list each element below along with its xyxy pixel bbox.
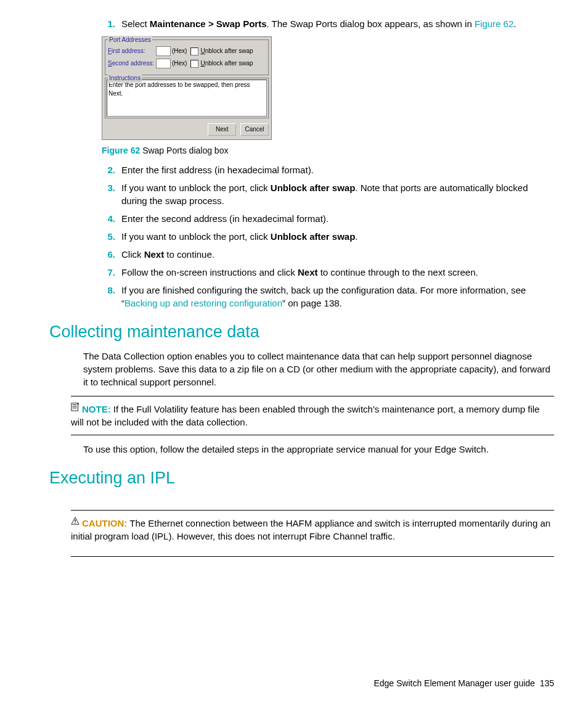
label-rest: econd address: <box>112 60 154 67</box>
list-item: 8. If you are finished configuring the s… <box>102 284 554 310</box>
second-address-row: Second address: (Hex) Unblock after swap <box>108 59 266 68</box>
first-address-input[interactable] <box>156 46 171 56</box>
list-item: 5. If you want to unblock the port, clic… <box>102 230 554 243</box>
first-address-label: First address: <box>108 47 156 55</box>
list-number: 1. <box>102 17 115 30</box>
text: Click <box>121 249 144 260</box>
bold-text: Next <box>144 249 165 260</box>
caution-icon <box>71 517 80 525</box>
list-body: If you want to unblock the port, click U… <box>121 230 554 243</box>
rule <box>71 556 554 557</box>
text: . The Swap Ports dialog box appears, as … <box>267 18 475 29</box>
label-rest: nblock after swap <box>205 47 253 54</box>
cross-ref-link[interactable]: Backing up and restoring configuration <box>125 298 282 308</box>
text: ” on page 138. <box>282 298 342 308</box>
text: Follow the on-screen instructions and cl… <box>121 267 298 277</box>
unblock-label: Unblock after swap <box>200 59 253 68</box>
caution-label: CAUTION: <box>82 518 127 528</box>
label-rest: irst address: <box>112 47 145 54</box>
instructions-text: Enter the port addresses to be swapped, … <box>107 80 267 117</box>
group-legend: Port Addresses <box>108 36 152 44</box>
svg-point-3 <box>75 523 75 523</box>
bold-text: Unblock after swap <box>271 231 356 242</box>
text: to continue through to the next screen. <box>317 267 478 277</box>
list-body: Click Next to continue. <box>121 248 554 261</box>
page-number: 135 <box>540 678 554 688</box>
list-item: 3. If you want to unblock the port, clic… <box>102 181 554 207</box>
cancel-button[interactable]: Cancel <box>240 123 269 136</box>
list-body: Follow the on-screen instructions and cl… <box>121 266 554 279</box>
list-number: 5. <box>102 230 115 243</box>
list-number: 4. <box>102 212 115 225</box>
svg-rect-0 <box>71 403 78 411</box>
list-number: 6. <box>102 248 115 261</box>
caution-text: The Ethernet connection between the HAFM… <box>71 518 550 541</box>
paragraph: To use this option, follow the detailed … <box>83 443 554 456</box>
note-icon <box>71 403 80 411</box>
figure-caption: Figure 62 Swap Ports dialog box <box>102 145 554 157</box>
underline-char: S <box>108 60 112 67</box>
text: to continue. <box>164 249 214 260</box>
figure-number: Figure 62 <box>102 146 140 155</box>
list-body: If you want to unblock the port, click U… <box>121 181 554 207</box>
list-item: 4. Enter the second address (in hexadeci… <box>102 212 554 225</box>
page-footer: Edge Switch Element Manager user guide 1… <box>374 678 554 690</box>
list-number: 8. <box>102 284 115 310</box>
note-label: NOTE: <box>82 404 111 414</box>
list-body: Enter the first address (in hexadecimal … <box>121 163 554 176</box>
dialog-footer: Next Cancel <box>102 121 271 139</box>
figure-link[interactable]: Figure 62 <box>475 18 513 29</box>
instructions-group: Instructions Enter the port addresses to… <box>105 78 269 118</box>
note-text: If the Full Volatility feature has been … <box>71 404 539 427</box>
list-item: 6. Click Next to continue. <box>102 248 554 261</box>
unblock-second-checkbox[interactable] <box>190 60 198 68</box>
list-item: 7. Follow the on-screen instructions and… <box>102 266 554 279</box>
text: . <box>513 18 516 29</box>
list-body: Enter the second address (in hexadecimal… <box>121 212 554 225</box>
underline-char: U <box>200 60 205 67</box>
underline-char: U <box>200 47 205 54</box>
label-rest: nblock after swap <box>205 60 253 67</box>
list-number: 7. <box>102 266 115 279</box>
unblock-first-checkbox[interactable] <box>190 47 198 55</box>
group-legend: Instructions <box>108 74 142 83</box>
list-number: 3. <box>102 181 115 207</box>
caution-block: CAUTION: The Ethernet connection between… <box>71 510 554 549</box>
section-heading-collecting: Collecting maintenance data <box>49 321 554 344</box>
list-item: 1. Select Maintenance > Swap Ports. The … <box>102 17 554 30</box>
text: . <box>355 231 357 242</box>
bold-text: Maintenance > Swap Ports <box>150 18 267 29</box>
paragraph: The Data Collection option enables you t… <box>83 350 554 388</box>
footer-title: Edge Switch Element Manager user guide <box>374 678 534 688</box>
second-address-input[interactable] <box>156 59 171 68</box>
list-body: If you are finished configuring the swit… <box>121 284 554 310</box>
bold-text: Next <box>298 267 318 277</box>
hex-label: (Hex) <box>172 59 187 68</box>
unblock-label: Unblock after swap <box>200 47 253 55</box>
note-block: NOTE: If the Full Volatility feature has… <box>71 396 554 435</box>
second-address-label: Second address: <box>108 59 156 68</box>
list-number: 2. <box>102 163 115 176</box>
first-address-row: First address: (Hex) Unblock after swap <box>108 46 266 56</box>
bold-text: Unblock after swap <box>271 183 356 193</box>
section-heading-executing: Executing an IPL <box>49 467 554 490</box>
list-item: 2. Enter the first address (in hexadecim… <box>102 163 554 176</box>
page: 1. Select Maintenance > Swap Ports. The … <box>0 0 588 706</box>
port-addresses-group: Port Addresses First address: (Hex) Unbl… <box>105 39 269 75</box>
text: Select <box>121 18 150 29</box>
text: If you want to unblock the port, click <box>121 231 271 242</box>
next-button[interactable]: Next <box>208 123 236 136</box>
list-body: Select Maintenance > Swap Ports. The Swa… <box>121 17 554 30</box>
figure-title: Swap Ports dialog box <box>140 146 228 155</box>
text: If you want to unblock the port, click <box>121 183 271 193</box>
swap-ports-dialog: Port Addresses First address: (Hex) Unbl… <box>102 36 272 140</box>
hex-label: (Hex) <box>172 47 187 55</box>
